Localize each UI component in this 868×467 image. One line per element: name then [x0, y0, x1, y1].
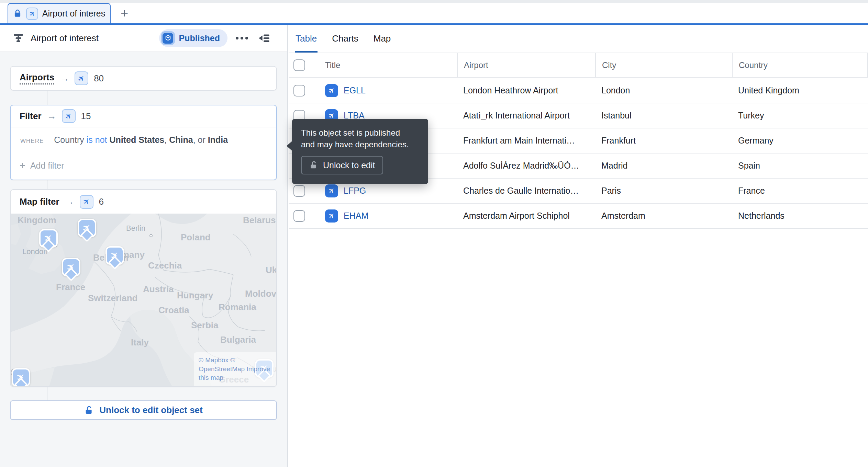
- ellipsis-icon: [236, 37, 248, 39]
- arrow-icon: →: [60, 73, 69, 84]
- node-count: 6: [99, 196, 104, 207]
- map-country-label: Austria: [143, 284, 174, 295]
- table-row: ✈ EHAM Amsterdam Airport Schiphol Amster…: [289, 204, 868, 229]
- node-card-map-filter[interactable]: Map filter → ✈ 6: [10, 189, 277, 387]
- map-country-label: Belarus: [243, 215, 276, 226]
- tab-map[interactable]: Map: [374, 25, 391, 53]
- pipeline-panel: Airports → ✈ 80 Filter → ✈ 15 WHERE Coun…: [0, 53, 287, 467]
- city-cell: Madrid: [595, 153, 732, 178]
- airplane-object-type-icon: ✈: [62, 109, 76, 123]
- row-checkbox[interactable]: [293, 85, 305, 96]
- airport-cell: Frankfurt am Main Internati…: [457, 128, 595, 153]
- airplane-object-type-icon: ✈: [75, 71, 88, 85]
- unlock-to-edit-object-set-button[interactable]: Unlock to edit object set: [10, 400, 277, 420]
- map-country-label: Hungary: [177, 290, 213, 301]
- object-link[interactable]: EGLL: [344, 86, 366, 95]
- node-connector: [47, 91, 47, 105]
- view-tabs: Table Charts Map: [289, 25, 868, 53]
- unlock-icon: [84, 406, 94, 415]
- airport-map-marker[interactable]: ✈: [105, 246, 124, 265]
- column-header-city[interactable]: City: [595, 53, 732, 77]
- published-badge[interactable]: Published: [159, 29, 227, 47]
- airplane-icon: ✈: [42, 232, 55, 245]
- airplane-icon: ✈: [64, 261, 78, 274]
- city-cell: Amsterdam: [595, 204, 732, 228]
- airport-cell: Charles de Gaulle Internatio…: [457, 179, 595, 203]
- new-tab-button[interactable]: +: [116, 5, 133, 21]
- row-checkbox[interactable]: [293, 210, 305, 222]
- country-cell: Netherlands: [732, 204, 868, 228]
- node-connector: [47, 387, 47, 400]
- map-country-label: Italy: [131, 337, 149, 348]
- airport-map-marker[interactable]: ✈: [39, 229, 58, 248]
- object-set-filter-icon: [12, 33, 24, 43]
- map-country-label: Uk: [266, 265, 276, 275]
- airport-cell: Amsterdam Airport Schiphol: [457, 204, 595, 228]
- map-city-label: London: [22, 247, 47, 256]
- map-country-label: Croatia: [158, 305, 189, 316]
- node-card-filter[interactable]: Filter → ✈ 15 WHERE Country is not Unite…: [10, 105, 277, 180]
- more-options-button[interactable]: [234, 30, 250, 46]
- node-count: 15: [81, 111, 91, 122]
- window-top-strip: [0, 0, 868, 3]
- airport-map-marker[interactable]: ✈: [62, 258, 80, 276]
- document-tab[interactable]: ✈ Airport of interest: [8, 3, 111, 23]
- map-city-dot: [149, 234, 153, 237]
- column-header-country[interactable]: Country: [732, 53, 868, 77]
- tab-table[interactable]: Table: [296, 25, 317, 53]
- node-count: 80: [94, 73, 104, 84]
- plus-icon: +: [20, 160, 25, 171]
- select-all-checkbox[interactable]: [293, 59, 305, 71]
- map-country-label: Kingdom: [18, 215, 56, 226]
- table-header: Title Airport City Country: [289, 53, 868, 78]
- column-header-airport[interactable]: Airport: [457, 53, 595, 77]
- tab-charts[interactable]: Charts: [332, 25, 358, 53]
- column-header-title[interactable]: Title: [320, 53, 457, 77]
- airplane-icon: ✈: [108, 249, 121, 262]
- node-name-filter: Filter: [20, 111, 42, 122]
- row-checkbox[interactable]: [293, 185, 305, 197]
- map-country-label: Poland: [181, 232, 211, 243]
- row-checkbox-cell: [289, 204, 320, 228]
- object-link[interactable]: EHAM: [344, 211, 368, 221]
- object-set-title: Airport of interest: [31, 33, 99, 44]
- published-warning-tooltip: This object set is published and may hav…: [292, 119, 428, 184]
- collapse-list-icon: [258, 33, 270, 43]
- airplane-object-icon: ✈: [325, 84, 338, 97]
- map-filter-preview[interactable]: KingdomBelarusPolandmanyBelgiumCzechiaUk…: [11, 214, 276, 386]
- country-cell: France: [732, 179, 868, 203]
- map-country-label: Czechia: [148, 260, 182, 271]
- arrow-icon: →: [65, 196, 74, 207]
- sidebar-header: Airport of interest Published: [0, 25, 287, 52]
- unlock-to-edit-button[interactable]: Unlock to edit: [301, 156, 383, 174]
- tooltip-text: This object set is published and may hav…: [301, 127, 419, 150]
- node-connector: [47, 180, 47, 189]
- map-city-label: Berlin: [126, 224, 145, 233]
- collapse-panel-button[interactable]: [256, 30, 272, 46]
- country-cell: Germany: [732, 128, 868, 153]
- airplane-icon: ✈: [80, 221, 93, 235]
- city-cell: London: [595, 78, 732, 103]
- airport-map-marker[interactable]: ✈: [78, 219, 96, 237]
- city-cell: Paris: [595, 179, 732, 203]
- map-country-label: France: [56, 282, 85, 293]
- airplane-object-type-icon: ✈: [26, 8, 38, 20]
- header-checkbox-cell: [289, 53, 320, 77]
- node-name-airports[interactable]: Airports: [20, 72, 54, 84]
- airport-map-marker[interactable]: ✈: [12, 368, 30, 386]
- airport-cell: Adolfo SuÌÁrez Madrid‰ÛÒ…: [457, 153, 595, 178]
- country-cell: Turkey: [732, 103, 868, 128]
- map-country-label: Serbia: [191, 320, 219, 331]
- map-attribution[interactable]: © Mapbox © OpenStreetMap Improve this ma…: [194, 352, 276, 386]
- where-label: WHERE: [20, 138, 44, 145]
- title-cell: ✈ EGLL: [320, 78, 457, 103]
- node-card-airports[interactable]: Airports → ✈ 80: [10, 66, 277, 91]
- airplane-icon: ✈: [14, 371, 27, 384]
- airplane-object-icon: ✈: [325, 209, 338, 223]
- cube-icon: [161, 31, 175, 45]
- airport-cell: Atatì_rk International Airport: [457, 103, 595, 128]
- object-set-sidebar: Airport of interest Published: [0, 25, 288, 467]
- map-country-label: Moldova: [245, 288, 276, 299]
- object-link[interactable]: LFPG: [344, 186, 366, 196]
- add-filter-button[interactable]: + Add filter: [20, 160, 267, 171]
